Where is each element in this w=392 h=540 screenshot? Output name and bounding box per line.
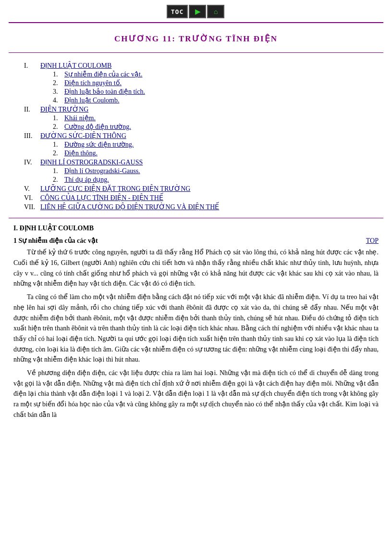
toc-item-2-1: 1.Khái niệm. — [53, 114, 373, 122]
top-divider — [9, 22, 383, 23]
toc-sublist-1: 1.Sự nhiễm điện của các vật. 2.Điện tích… — [53, 70, 373, 104]
toc-item-2-2: 2.Cường độ điện trường. — [53, 123, 373, 131]
toolbar: TOC ▶ ⌂ — [0, 0, 392, 22]
toc-sublist-3: 1.Đường sức điện trường. 2.Điện thông. — [53, 140, 373, 157]
subsection-1-heading: 1 Sự nhiễm điện của các vật TOP — [13, 236, 379, 246]
toc-item-4-1: 1.Định lí Ostrogradski-Gauss. — [53, 167, 373, 175]
toc-section-7: VII. LIÊN HỆ GIỮA CƯỜNG ĐỘ ĐIỆN TRƯỜNG V… — [24, 203, 373, 211]
toc-link-7[interactable]: LIÊN HỆ GIỮA CƯỜNG ĐỘ ĐIỆN TRƯỜNG VÀ ĐIỆ… — [40, 203, 219, 211]
toc-section-2: II. ĐIỆN TRƯỜNG 1.Khái niệm. 2.Cường độ … — [24, 105, 373, 131]
toc-item-1-3: 3.Định luật bảo toàn điện tích. — [53, 88, 373, 96]
toc-item-3-1: 1.Đường sức điện trường. — [53, 140, 373, 149]
paragraph-1: Từ thế kỷ thứ 6 trước công nguyên, người… — [13, 247, 379, 289]
toc-roman-7: VII. — [24, 203, 37, 211]
toc-button[interactable]: TOC — [167, 5, 188, 18]
toc-section-5: V. LƯỠNG CỰC ĐIỆN ĐẶT TRONG ĐIỆN TRƯỜNG — [24, 185, 373, 193]
toc-section-3: III. ĐƯỜNG SỨC-ĐIỆN THÔNG 1.Đường sức đi… — [24, 132, 373, 157]
section-divider — [9, 218, 383, 218]
section-1-heading: I. ĐỊNH LUẬT COULOMB — [13, 223, 379, 234]
paragraph-3: Về phương diện điện điện, các vật liệu đ… — [13, 368, 379, 420]
toc-sublist-2: 1.Khái niệm. 2.Cường độ điện trường. — [53, 114, 373, 131]
toc-item-3-2: 2.Điện thông. — [53, 149, 373, 157]
toc-roman-1: I. — [24, 62, 37, 70]
content-area: I. ĐỊNH LUẬT COULOMB 1 Sự nhiễm điện của… — [13, 223, 379, 420]
top-link[interactable]: TOP — [366, 236, 379, 246]
toc-item-1-4: 4.Định luật Coulomb. — [53, 96, 373, 104]
toc-roman-3: III. — [24, 132, 37, 140]
toc-link-4[interactable]: ĐỊNH LÍ OSTROGRADSKI-GAUSS — [40, 158, 143, 166]
toc-link-1[interactable]: ĐỊNH LUẬT COULOMB — [40, 62, 111, 70]
toc-item-1-2: 2.Điện tích nguyên tố. — [53, 79, 373, 87]
toc-link-6[interactable]: CÔNG CỦA LỰC TĨNH ĐIỆN - ĐIỆN THẾ — [40, 194, 163, 202]
paragraph-2: Ta cũng có thể làm cho một vật nhiễm điệ… — [13, 292, 379, 365]
toc-roman-4: IV. — [24, 159, 37, 166]
toc-item-1-1: 1.Sự nhiễm điện của các vật. — [53, 70, 373, 78]
toc-roman-5: V. — [24, 185, 37, 193]
table-of-contents: I. ĐỊNH LUẬT COULOMB 1.Sự nhiễm điện của… — [24, 62, 373, 211]
toc-link-2[interactable]: ĐIỆN TRƯỜNG — [40, 105, 88, 113]
toc-section-4: IV. ĐỊNH LÍ OSTROGRADSKI-GAUSS 1.Định lí… — [24, 158, 373, 184]
toc-link-5[interactable]: LƯỠNG CỰC ĐIỆN ĐẶT TRONG ĐIỆN TRƯỜNG — [40, 185, 190, 193]
bottom-divider — [9, 52, 383, 53]
toc-roman-6: VI. — [24, 194, 37, 202]
chapter-title: CHƯƠNG 11: TRƯỜNG TĨNH ĐIỆN — [0, 34, 392, 44]
toc-roman-2: II. — [24, 106, 37, 113]
subsection-1-label: 1 Sự nhiễm điện của các vật — [13, 236, 98, 246]
toc-link-3[interactable]: ĐƯỜNG SỨC-ĐIỆN THÔNG — [40, 132, 126, 140]
play-button[interactable]: ▶ — [189, 5, 206, 18]
toc-item-4-2: 2.Thí dụ áp dụng. — [53, 176, 373, 184]
toc-section-1: I. ĐỊNH LUẬT COULOMB 1.Sự nhiễm điện của… — [24, 62, 373, 104]
toc-sublist-4: 1.Định lí Ostrogradski-Gauss. 2.Thí dụ á… — [53, 167, 373, 184]
toc-section-6: VI. CÔNG CỦA LỰC TĨNH ĐIỆN - ĐIỆN THẾ — [24, 194, 373, 202]
home-button[interactable]: ⌂ — [207, 5, 224, 18]
